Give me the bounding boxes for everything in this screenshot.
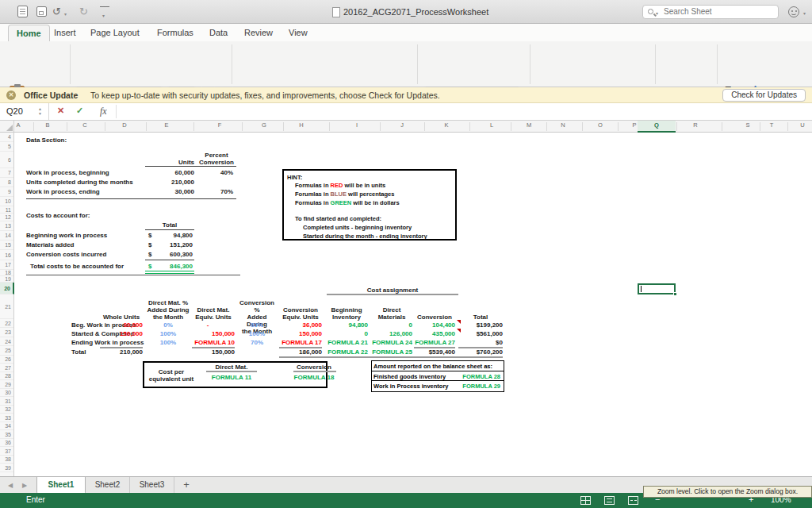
column-header[interactable]: U xyxy=(794,121,811,129)
row-header[interactable]: 39 xyxy=(0,464,13,472)
ca-header-dm-pct[interactable]: Direct Mat. % Added During the Month xyxy=(146,299,190,321)
cell[interactable]: Work in process, ending xyxy=(26,188,100,195)
cell[interactable]: Total xyxy=(71,348,86,356)
cell[interactable]: - xyxy=(192,321,224,329)
column-header-selected[interactable]: Q xyxy=(638,121,676,133)
row-header[interactable]: 12 xyxy=(0,214,13,221)
row-header[interactable]: 30 xyxy=(0,389,13,397)
column-header[interactable]: T xyxy=(763,121,780,129)
cell[interactable]: 30,000 xyxy=(147,188,194,195)
cell[interactable]: 36,000 xyxy=(279,321,322,329)
search-caret-icon[interactable]: ▾ xyxy=(656,10,658,16)
row-header[interactable]: 20 xyxy=(0,283,14,294)
cell[interactable]: $561,000 xyxy=(458,330,503,337)
cell[interactable]: $0 xyxy=(458,339,503,346)
row-header[interactable]: 24 xyxy=(0,337,13,346)
cell[interactable]: FORMULA 10 xyxy=(192,339,235,346)
cell[interactable]: FORMULA 25 xyxy=(371,348,412,356)
row-header[interactable]: 14 xyxy=(0,231,13,241)
cell[interactable]: Ending Work in process xyxy=(71,339,144,346)
ca-header-total[interactable]: Total xyxy=(458,314,503,321)
cell[interactable]: 186,000 xyxy=(279,348,322,356)
costs-total-value[interactable]: 846,300 xyxy=(149,263,193,270)
sheet-tab-sheet1[interactable]: Sheet1 xyxy=(36,477,86,494)
costs-total-label[interactable]: Total costs to be accounted for xyxy=(30,263,124,270)
row-header[interactable]: 10 xyxy=(0,197,13,206)
insert-function-icon[interactable]: fx xyxy=(100,106,107,117)
column-header[interactable]: R xyxy=(687,121,704,129)
row-header[interactable]: 33 xyxy=(0,414,13,422)
cell[interactable]: $760,200 xyxy=(458,348,503,356)
row-header[interactable]: 37 xyxy=(0,447,13,456)
row-header[interactable]: 31 xyxy=(0,397,13,406)
tab-view[interactable]: View xyxy=(281,25,316,41)
add-sheet-button[interactable]: + xyxy=(176,477,197,494)
column-header[interactable]: K xyxy=(438,121,455,129)
cell[interactable]: 0 xyxy=(325,330,368,337)
row-header[interactable]: 36 xyxy=(0,439,13,447)
toolbar-options-icon[interactable] xyxy=(100,6,109,7)
row-header[interactable]: 25 xyxy=(0,346,13,356)
tab-insert[interactable]: Insert xyxy=(46,25,84,41)
selected-cell-q20[interactable] xyxy=(638,283,676,294)
cell[interactable]: 150,000 xyxy=(100,330,143,337)
column-header[interactable]: O xyxy=(592,121,609,129)
cell[interactable]: 94,800 xyxy=(325,321,368,329)
row-header[interactable]: 26 xyxy=(0,356,13,364)
toolbar-options-caret-icon[interactable]: ▾ xyxy=(102,10,105,22)
next-sheet-icon[interactable]: ▶ xyxy=(22,482,27,489)
cell[interactable]: $539,400 xyxy=(414,348,455,356)
fill-handle[interactable] xyxy=(673,292,677,296)
tab-home[interactable]: Home xyxy=(8,25,50,41)
row-header[interactable]: 7 xyxy=(0,168,13,178)
cancel-entry-icon[interactable]: ✕ xyxy=(57,106,64,116)
new-workbook-icon[interactable] xyxy=(17,6,28,17)
ca-header-dm-eq[interactable]: Direct Mat. Equiv. Units xyxy=(192,306,235,321)
select-all-corner[interactable] xyxy=(0,121,14,133)
column-header[interactable]: N xyxy=(554,121,572,129)
column-header[interactable]: C xyxy=(76,121,94,129)
balance-value[interactable]: FORMULA 28 xyxy=(462,373,500,380)
cpu-cv-header[interactable]: Conversion xyxy=(289,364,339,371)
cell[interactable]: 151,200 xyxy=(149,241,193,248)
save-icon[interactable] xyxy=(36,6,47,17)
cell[interactable]: 150,000 xyxy=(192,348,235,356)
ca-header-whole[interactable]: Whole Units xyxy=(100,314,143,321)
ca-header-conv[interactable]: Conversion xyxy=(414,314,455,321)
row-header[interactable]: 23 xyxy=(0,328,13,337)
cell[interactable]: FORMULA 22 xyxy=(325,348,368,356)
cell[interactable]: 60,000 xyxy=(147,169,194,176)
cell[interactable]: 150,000 xyxy=(192,330,235,337)
tab-review[interactable]: Review xyxy=(236,25,281,41)
cell[interactable]: 0 xyxy=(371,321,412,329)
cell[interactable]: 40% xyxy=(195,169,233,176)
cell[interactable]: FORMULA 27 xyxy=(414,339,455,346)
column-header[interactable]: L xyxy=(483,121,500,129)
row-header[interactable]: 15 xyxy=(0,241,13,250)
cpu-dm-value[interactable]: FORMULA 11 xyxy=(200,374,263,381)
cell[interactable]: 104,400 xyxy=(414,321,455,329)
row-header[interactable]: 18 xyxy=(0,270,13,276)
cell[interactable]: 210,000 xyxy=(100,348,143,356)
data-section-title[interactable]: Data Section: xyxy=(26,137,67,144)
row-header[interactable]: 16 xyxy=(0,250,13,260)
ca-header-dir[interactable]: Direct Materials xyxy=(371,306,412,321)
row-header[interactable]: 17 xyxy=(0,260,13,270)
row-header[interactable]: 21 xyxy=(0,294,13,319)
cell[interactable]: $199,200 xyxy=(458,321,503,329)
cell[interactable]: 210,000 xyxy=(147,179,194,186)
row-header[interactable]: 11 xyxy=(0,206,13,214)
column-header[interactable]: I xyxy=(348,121,366,129)
redo-icon[interactable]: ↻ xyxy=(79,6,88,17)
cell[interactable]: 100% xyxy=(146,330,190,337)
page-layout-view-icon[interactable] xyxy=(604,496,615,505)
row-header[interactable]: 8 xyxy=(0,178,13,187)
prev-sheet-icon[interactable]: ◀ xyxy=(8,482,13,489)
row-header[interactable]: 34 xyxy=(0,422,13,430)
cell[interactable]: FORMULA 21 xyxy=(325,339,368,346)
undo-dropdown-icon[interactable]: ▾ xyxy=(64,9,67,21)
cell[interactable]: Beginning work in process xyxy=(26,232,107,239)
row-header[interactable]: 13 xyxy=(0,221,13,231)
undo-icon[interactable]: ↺ xyxy=(52,6,61,17)
sheet-tab-sheet3[interactable]: Sheet3 xyxy=(130,477,174,494)
